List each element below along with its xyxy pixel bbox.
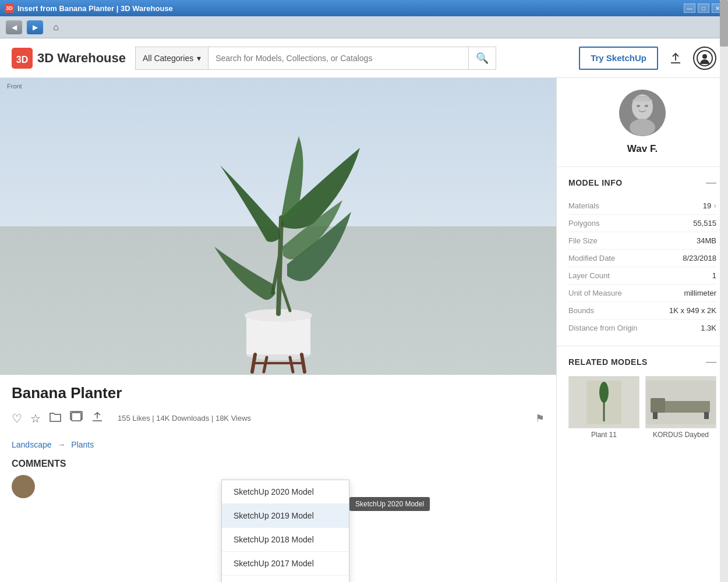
plant11-thumbnail[interactable]	[568, 376, 639, 428]
dropdown-item-sketchup2017[interactable]: SketchUp 2017 Model	[222, 552, 349, 576]
flag-icon[interactable]: ⚑	[535, 412, 545, 425]
breadcrumb-landscape[interactable]: Landscape	[12, 440, 52, 449]
share-icon[interactable]	[91, 410, 104, 426]
content-area: Front	[0, 78, 728, 582]
dropdown-item-sketchup2019[interactable]: SketchUp 2019 Model	[222, 504, 349, 528]
try-sketchup-button[interactable]: Try SketchUp	[579, 47, 658, 70]
stack-icon[interactable]	[70, 411, 83, 425]
home-btn[interactable]: ⌂	[48, 20, 64, 34]
modified-value: 8/23/2018	[683, 254, 716, 262]
upload-button[interactable]	[664, 47, 687, 70]
related-models-title: RELATED MODELS	[568, 357, 648, 367]
layercount-label: Layer Count	[568, 271, 610, 280]
unit-value: millimeter	[684, 289, 716, 297]
3d-viewer[interactable]: Front	[0, 78, 556, 375]
related-models-header: RELATED MODELS —	[568, 356, 716, 368]
title-bar-text: Insert from Banana Planter | 3D Warehous…	[17, 4, 173, 13]
svg-text:3D: 3D	[16, 55, 28, 65]
polygons-value: 55,515	[693, 219, 716, 228]
tooltip-sketchup2020: SketchUp 2020 Model	[349, 497, 430, 511]
logo-text: 3D Warehouse	[37, 51, 126, 66]
dropdown-item-sketchup2020[interactable]: SketchUp 2020 Model	[222, 480, 349, 504]
info-row-filesize: File Size 34MB	[568, 232, 716, 250]
nav-bar: ◀ ▶ ⌂	[0, 16, 728, 38]
materials-arrow: ›	[713, 201, 716, 210]
profile-button[interactable]	[693, 47, 716, 70]
modified-label: Modified Date	[568, 254, 615, 262]
svg-point-20	[630, 119, 655, 136]
model-info-bar: Banana Planter ♡ ☆	[0, 375, 556, 435]
model-info-header: MODEL INFO —	[568, 176, 716, 189]
svg-rect-29	[653, 412, 658, 419]
breadcrumb: Landscape → Plants	[0, 435, 556, 454]
materials-label: Materials	[568, 201, 599, 210]
author-name[interactable]: Wav F.	[568, 143, 716, 155]
materials-value[interactable]: 19 ›	[703, 201, 716, 210]
svg-rect-17	[72, 413, 81, 421]
bounds-value: 1K x 949 x 2K	[669, 306, 716, 315]
category-dropdown[interactable]: All Categories ▾	[135, 47, 208, 70]
svg-point-25	[599, 382, 609, 403]
breadcrumb-plants[interactable]: Plants	[71, 440, 94, 449]
author-section: Wav F.	[557, 78, 728, 167]
plant-preview	[197, 130, 360, 375]
chevron-down-icon: ▾	[197, 54, 201, 63]
scrollbar[interactable]	[720, 78, 728, 582]
related-item-kordus[interactable]: KORDUS Daybed	[645, 376, 716, 439]
bounds-label: Bounds	[568, 306, 594, 315]
right-panel: Wav F. MODEL INFO — Materials 19 › Polyg…	[556, 78, 728, 582]
distance-label: Distance from Origin	[568, 324, 637, 332]
model-info-collapse-btn[interactable]: —	[706, 176, 716, 189]
back-btn[interactable]: ◀	[6, 20, 22, 34]
comments-title: COMMENTS	[12, 459, 545, 469]
forward-btn[interactable]: ▶	[27, 20, 43, 34]
like-icon[interactable]: ♡	[12, 411, 22, 425]
unit-label: Unit of Measure	[568, 289, 622, 297]
layercount-value: 1	[712, 271, 716, 280]
info-row-polygons: Polygons 55,515	[568, 215, 716, 232]
maximize-btn[interactable]: □	[698, 3, 709, 13]
app-icon: 3D	[5, 3, 14, 13]
kordus-label: KORDUS Daybed	[645, 431, 716, 439]
title-bar-controls[interactable]: — □ ✕	[684, 3, 723, 13]
title-bar-left: 3D Insert from Banana Planter | 3D Wareh…	[5, 3, 173, 13]
author-avatar[interactable]	[619, 90, 666, 136]
viewer-panel: Front	[0, 78, 556, 582]
info-row-bounds: Bounds 1K x 949 x 2K	[568, 302, 716, 320]
filesize-label: File Size	[568, 236, 598, 245]
header: 3D 3D Warehouse All Categories ▾ 🔍 Try S…	[0, 38, 728, 78]
info-row-distance: Distance from Origin 1.3K	[568, 320, 716, 336]
download-dropdown: SketchUp 2020 Model SketchUp 2019 Model …	[221, 480, 349, 582]
minimize-btn[interactable]: —	[684, 3, 695, 13]
related-thumbs: Plant 11 KORDUS Daybed	[568, 376, 716, 439]
plant11-label: Plant 11	[568, 431, 639, 439]
logo-area[interactable]: 3D 3D Warehouse	[12, 48, 126, 69]
dropdown-item-collada[interactable]: Collada File	[222, 576, 349, 582]
related-item-plant11[interactable]: Plant 11	[568, 376, 639, 439]
svg-point-22	[645, 105, 648, 107]
bookmark-icon[interactable]: ☆	[30, 411, 41, 425]
distance-value: 1.3K	[701, 324, 716, 332]
folder-icon[interactable]	[49, 411, 62, 425]
dropdown-item-sketchup2018[interactable]: SketchUp 2018 Model	[222, 528, 349, 552]
filesize-value: 34MB	[697, 236, 716, 245]
logo-icon: 3D	[12, 48, 33, 69]
search-button[interactable]: 🔍	[469, 47, 496, 70]
info-row-modified: Modified Date 8/23/2018	[568, 250, 716, 267]
info-row-layercount: Layer Count 1	[568, 267, 716, 285]
model-info-section: MODEL INFO — Materials 19 › Polygons 55,…	[557, 167, 728, 346]
related-models-collapse-btn[interactable]: —	[706, 356, 716, 368]
svg-point-3	[702, 54, 707, 59]
kordus-thumbnail[interactable]	[645, 376, 716, 428]
svg-rect-30	[704, 412, 709, 419]
title-bar: 3D Insert from Banana Planter | 3D Wareh…	[0, 0, 728, 16]
info-row-materials: Materials 19 ›	[568, 197, 716, 215]
related-models-section: RELATED MODELS — Plant 11	[557, 346, 728, 448]
header-actions: Try SketchUp	[579, 47, 716, 70]
breadcrumb-arrow: →	[57, 440, 65, 449]
search-icon: 🔍	[476, 52, 489, 65]
model-info-title: MODEL INFO	[568, 178, 623, 187]
search-input[interactable]	[208, 47, 469, 70]
model-title: Banana Planter	[12, 384, 545, 402]
model-stats: 155 Likes | 14K Downloads | 18K Views	[118, 414, 251, 423]
